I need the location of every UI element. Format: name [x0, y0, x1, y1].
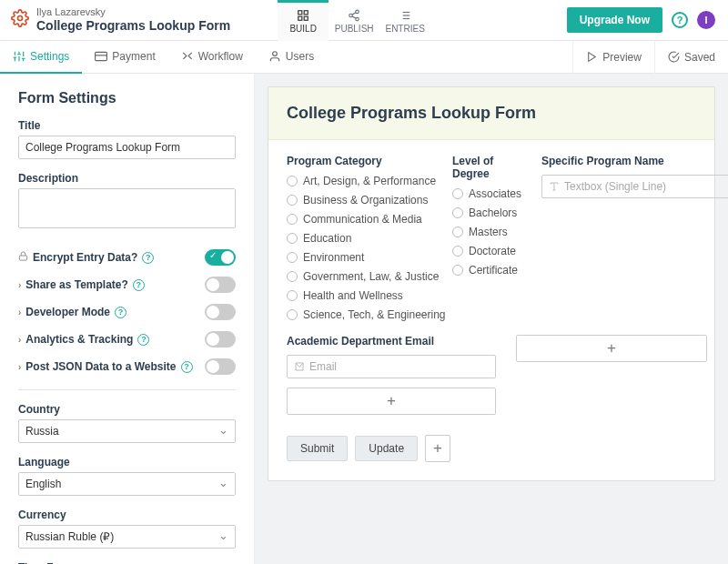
add-field-button[interactable]: + — [516, 335, 707, 362]
radio-option[interactable]: Health and Wellness — [287, 289, 432, 302]
field-level-of-degree[interactable]: Level of Degree AssociatesBachelorsMaste… — [452, 155, 521, 327]
toggle-share[interactable] — [205, 277, 236, 293]
field-program-category[interactable]: Program Category Art, Design, & Performa… — [287, 155, 432, 327]
help-icon[interactable]: ? — [133, 279, 145, 291]
radio-option[interactable]: Education — [287, 232, 432, 245]
toggle-analytics[interactable] — [205, 331, 236, 347]
radio-icon — [452, 227, 463, 237]
description-input[interactable] — [18, 188, 236, 228]
upgrade-button[interactable]: Upgrade Now — [567, 7, 662, 33]
country-select[interactable]: Russia — [18, 419, 236, 443]
tab-entries[interactable]: ENTRIES — [379, 0, 430, 41]
radio-option[interactable]: Business & Organizations — [287, 194, 432, 206]
currency-select[interactable]: Russian Ruble (₽) — [18, 525, 236, 549]
logo-gear-icon — [11, 9, 29, 30]
opt-analytics-label: Analytics & Tracking — [25, 333, 133, 346]
add-field-button[interactable]: + — [287, 388, 496, 415]
update-button[interactable]: Update — [355, 436, 418, 461]
radio-label: Environment — [303, 251, 364, 264]
radio-option[interactable]: Associates — [452, 187, 521, 200]
radio-option[interactable]: Doctorate — [452, 245, 521, 257]
description-label: Description — [18, 172, 236, 185]
language-select[interactable]: English — [18, 472, 236, 496]
opt-encrypt-label: Encrypt Entry Data? — [33, 251, 137, 264]
submit-button[interactable]: Submit — [287, 436, 348, 461]
subtab-payment-label: Payment — [112, 50, 155, 63]
radio-option[interactable]: Communication & Media — [287, 213, 432, 226]
subtab-payment[interactable]: Payment — [82, 41, 167, 74]
help-icon[interactable]: ? — [672, 12, 688, 28]
radio-icon — [287, 271, 298, 282]
field-specific-program-name[interactable]: Specific Program Name Textbox (Single Li… — [541, 155, 728, 327]
col3-label: Specific Program Name — [541, 155, 728, 167]
owner-name: Ilya Lazarevsky — [36, 6, 230, 18]
main: Form Settings Title Description Encrypt … — [0, 74, 728, 564]
subtab-workflow-label: Workflow — [198, 50, 243, 63]
radio-icon — [452, 265, 463, 276]
toggle-encrypt[interactable] — [205, 249, 236, 266]
radio-icon — [287, 176, 298, 186]
title-label: Title — [18, 119, 236, 132]
subtab-users[interactable]: Users — [256, 41, 327, 74]
radio-option[interactable]: Masters — [452, 226, 521, 238]
field-department-email[interactable]: Academic Department Email Email + — [287, 335, 496, 415]
help-icon[interactable]: ? — [115, 307, 126, 318]
tab-build[interactable]: BUILD — [278, 0, 329, 41]
brand: Ilya Lazarevsky College Programs Lookup … — [0, 6, 241, 34]
svg-line-8 — [352, 13, 356, 15]
radio-icon — [452, 246, 463, 257]
col1-label: Program Category — [287, 155, 432, 167]
subtab-workflow[interactable]: Workflow — [168, 41, 256, 74]
help-icon[interactable]: ? — [137, 334, 149, 346]
program-name-input[interactable]: Textbox (Single Line) — [541, 175, 728, 198]
col2-label: Level of Degree — [452, 155, 521, 180]
radio-label: Certificate — [469, 264, 518, 277]
radio-option[interactable]: Bachelors — [452, 206, 521, 219]
preview-button[interactable]: Preview — [572, 41, 654, 74]
toggle-postjson[interactable] — [205, 358, 236, 375]
tab-publish[interactable]: PUBLISH — [329, 0, 379, 41]
radio-option[interactable]: Government, Law, & Justice — [287, 270, 432, 283]
form-header: College Programs Lookup Form — [268, 87, 714, 140]
help-icon[interactable]: ? — [142, 252, 154, 264]
radio-option[interactable]: Science, Tech, & Engineering — [287, 308, 432, 321]
svg-rect-2 — [304, 11, 308, 15]
help-icon[interactable]: ? — [181, 361, 193, 373]
opt-share-label: Share as Template? — [25, 278, 128, 291]
chevron-right-icon: › — [18, 307, 21, 317]
country-label: Country — [18, 403, 236, 416]
toggle-developer[interactable] — [205, 304, 236, 320]
language-label: Language — [18, 456, 236, 468]
subtab-settings-label: Settings — [30, 50, 69, 63]
svg-rect-3 — [298, 16, 302, 20]
radio-option[interactable]: Certificate — [452, 264, 521, 277]
chevron-right-icon: › — [18, 362, 21, 372]
radio-label: Art, Design, & Performance — [303, 175, 436, 187]
title-input[interactable] — [18, 136, 236, 159]
subtab-settings[interactable]: Settings — [0, 41, 82, 74]
subtab-users-label: Users — [286, 50, 314, 63]
email-input[interactable]: Email — [287, 355, 496, 378]
radio-option[interactable]: Environment — [287, 251, 432, 264]
radio-label: Associates — [469, 187, 521, 200]
svg-marker-28 — [589, 53, 596, 62]
radio-label: Bachelors — [469, 206, 517, 219]
radio-option[interactable]: Art, Design, & Performance — [287, 175, 432, 187]
avatar[interactable]: I — [697, 11, 715, 29]
tab-entries-label: ENTRIES — [385, 24, 424, 34]
radio-label: Communication & Media — [303, 213, 422, 226]
radio-icon — [287, 252, 298, 263]
email-label: Academic Department Email — [287, 335, 496, 347]
svg-point-0 — [18, 16, 23, 21]
opt-postjson-label: Post JSON Data to a Website — [25, 360, 176, 373]
svg-point-6 — [349, 14, 353, 17]
saved-indicator: Saved — [654, 41, 728, 74]
form-title-header: College Programs Lookup Form — [36, 18, 230, 34]
top-nav: BUILD PUBLISH ENTRIES — [278, 0, 430, 41]
radio-icon — [287, 214, 298, 225]
svg-point-7 — [356, 17, 359, 21]
chevron-right-icon: › — [18, 335, 21, 345]
currency-label: Currency — [18, 509, 236, 521]
add-action-button[interactable]: + — [425, 435, 450, 462]
chevron-right-icon: › — [18, 280, 21, 290]
